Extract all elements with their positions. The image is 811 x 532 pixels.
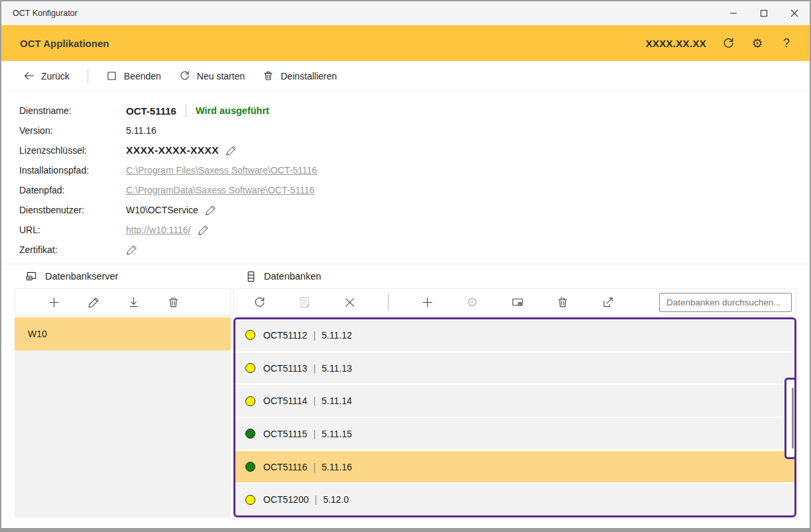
script-database-button[interactable]	[298, 295, 311, 309]
database-list-item[interactable]: OCT51114 | 5.11.14	[235, 385, 794, 418]
database-name: OCT51115	[263, 429, 307, 439]
scrollbar[interactable]	[784, 378, 796, 459]
database-list-item[interactable]: OCT51113 | 5.11.13	[235, 352, 794, 386]
search-databases-input[interactable]	[659, 293, 792, 312]
refresh-icon[interactable]	[721, 36, 735, 50]
close-button[interactable]	[779, 1, 810, 25]
settings-gear-icon[interactable]: ⚙	[750, 36, 765, 50]
uninstall-button[interactable]: Deinstallieren	[263, 70, 337, 81]
database-settings-button[interactable]: ⚙	[466, 295, 479, 309]
help-icon[interactable]: ?	[779, 36, 794, 50]
panels: Datenbankserver W10	[1, 264, 810, 517]
minimize-button[interactable]	[718, 1, 749, 25]
status-dot-yellow-icon	[245, 396, 255, 406]
database-server-header: Datenbankserver	[15, 264, 231, 288]
edit-license-button[interactable]	[225, 144, 237, 156]
database-version: 5.12.0	[323, 494, 349, 505]
database-list: OCT51112 | 5.11.12 OCT51113 | 5.11.13 OC…	[233, 317, 796, 517]
version-label: Version:	[19, 125, 126, 136]
value-separator	[186, 104, 186, 117]
delete-server-button[interactable]	[166, 295, 180, 309]
url-label: URL:	[19, 225, 126, 235]
dienstname-label: Dienstname:	[19, 105, 126, 116]
pencil-icon	[198, 224, 210, 236]
server-monitor-icon	[26, 270, 38, 283]
databases-header: Datenbanken	[233, 264, 796, 288]
field-zertifikat: Zertifikat:	[19, 240, 810, 260]
monitor-user-icon	[511, 296, 524, 309]
refresh-databases-button[interactable]	[253, 295, 266, 309]
service-name-value: OCT-51116	[126, 105, 176, 117]
stop-service-button[interactable]: Beenden	[106, 70, 161, 81]
databases-panel: Datenbanken ⚙	[233, 264, 796, 517]
field-url: URL: http://w10:1116/	[19, 220, 810, 240]
add-database-button[interactable]	[420, 295, 434, 309]
database-server-panel: Datenbankserver W10	[15, 264, 231, 517]
scrollbar-thumb[interactable]	[792, 388, 794, 449]
license-label: Lizenzschlüssel:	[19, 145, 126, 156]
window-controls	[718, 1, 810, 25]
database-name: OCT51113	[263, 363, 307, 374]
status-dot-green-icon	[245, 429, 255, 439]
server-toolbar	[15, 288, 231, 316]
titlebar: OCT Konfigurator	[1, 1, 810, 25]
maximize-button[interactable]	[749, 1, 779, 25]
database-name: OCT51114	[263, 396, 307, 406]
minimize-icon	[729, 9, 737, 17]
database-list-item-selected[interactable]: OCT51116 | 5.11.16	[235, 451, 794, 484]
service-url-link[interactable]: http://w10:1116/	[126, 225, 191, 235]
certificate-label: Zertifikat:	[19, 244, 126, 255]
field-lizenzschluessel: Lizenzschlüssel: XXXX-XXXX-XXXX	[19, 140, 810, 160]
download-icon	[127, 296, 140, 309]
name-version-separator: |	[313, 429, 316, 439]
back-button[interactable]: Zurück	[23, 70, 70, 81]
edit-certificate-button[interactable]	[126, 244, 138, 256]
back-label: Zurück	[41, 71, 70, 81]
maximize-icon	[760, 9, 768, 17]
close-icon	[790, 9, 798, 17]
databases-toolbar: ⚙	[233, 288, 796, 316]
restart-service-button[interactable]: Neu starten	[179, 70, 245, 81]
field-version: Version: 5.11.16	[19, 121, 810, 140]
field-installationspfad: Installationspfad: C:\Program Files\Saxe…	[19, 160, 810, 180]
database-server-title: Datenbankserver	[45, 271, 118, 282]
database-version: 5.11.14	[322, 396, 352, 406]
version-placeholder: XXXX.XX.XX	[646, 38, 706, 49]
trash-icon	[263, 70, 274, 81]
status-dot-yellow-icon	[245, 330, 255, 340]
app-window: OCT Konfigurator OCT Applikationen XXXX.…	[0, 0, 811, 532]
database-list-item[interactable]: OCT51200 | 5.12.0	[235, 484, 794, 515]
version-value: 5.11.16	[126, 125, 156, 136]
status-dot-yellow-icon	[245, 495, 255, 505]
field-dienstbenutzer: Dienstbenutzer: W10\OCTService	[19, 200, 810, 220]
app-header: OCT Applikationen XXXX.XX.XX ⚙ ?	[1, 25, 810, 61]
add-server-button[interactable]	[47, 295, 60, 309]
export-database-button[interactable]	[601, 295, 614, 309]
database-session-button[interactable]	[511, 295, 524, 309]
field-dienstname: Dienstname: OCT-51116 Wird ausgeführt	[19, 101, 810, 121]
stop-square-icon	[106, 70, 117, 81]
database-version: 5.11.15	[322, 429, 352, 439]
name-version-separator: |	[314, 494, 317, 505]
cancel-button[interactable]	[343, 295, 356, 309]
install-path-link[interactable]: C:\Program Files\Saxess Software\OCT-511…	[126, 165, 317, 176]
data-path-link[interactable]: C:\ProgramData\Saxess Software\OCT-51116	[126, 185, 314, 195]
server-list-item[interactable]: W10	[15, 317, 231, 350]
share-icon	[601, 296, 614, 309]
refresh-icon	[253, 296, 266, 309]
database-icon	[245, 270, 257, 283]
name-version-separator: |	[313, 462, 316, 472]
database-version: 5.11.13	[322, 363, 352, 374]
service-status-badge: Wird ausgeführt	[196, 105, 269, 116]
back-arrow-icon	[23, 70, 34, 81]
edit-server-button[interactable]	[87, 295, 100, 309]
trash-icon	[556, 296, 569, 309]
pencil-icon	[205, 204, 217, 216]
edit-service-user-button[interactable]	[205, 204, 217, 216]
import-server-button[interactable]	[127, 295, 140, 309]
delete-database-button[interactable]	[556, 295, 569, 309]
database-list-item[interactable]: OCT51115 | 5.11.15	[235, 418, 794, 451]
database-list-item[interactable]: OCT51112 | 5.11.12	[235, 319, 794, 352]
edit-url-button[interactable]	[198, 224, 210, 236]
command-bar-separator	[88, 69, 88, 83]
